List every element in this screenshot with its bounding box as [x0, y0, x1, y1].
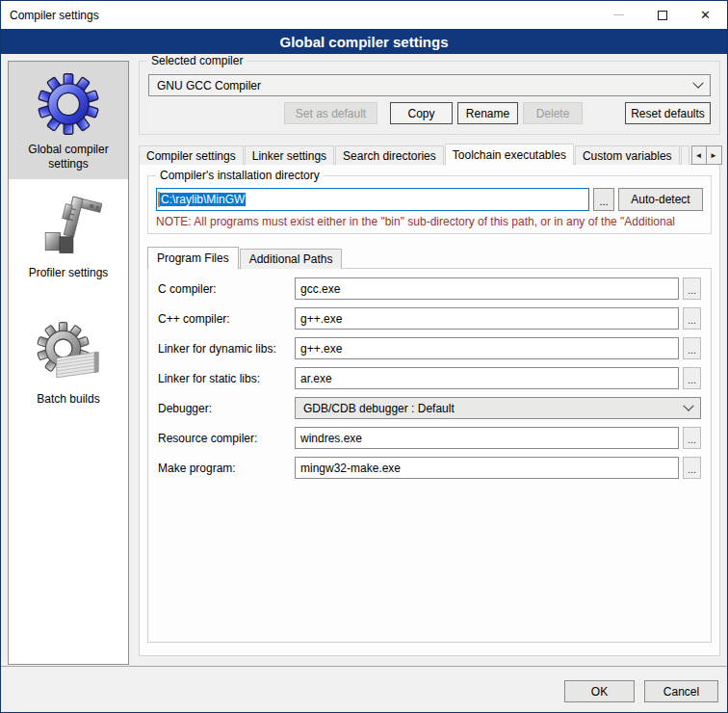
tab-program-files[interactable]: Program Files	[147, 247, 239, 269]
field-row-c-compiler: C compiler: ...	[158, 277, 701, 300]
maximize-icon	[658, 11, 667, 20]
copy-button[interactable]: Copy	[390, 102, 453, 124]
dynamic-linker-browse-button[interactable]: ...	[683, 337, 701, 359]
minimize-button[interactable]	[597, 1, 640, 29]
rename-button[interactable]: Rename	[457, 102, 518, 124]
window-title: Compiler settings	[1, 9, 99, 22]
maximize-button[interactable]	[640, 1, 684, 29]
field-label: Debugger:	[158, 402, 295, 415]
field-label: Make program:	[158, 462, 295, 475]
settings-category-list: Global compiler settings	[8, 61, 129, 665]
close-button[interactable]: ✕	[684, 1, 727, 29]
tab-build-options[interactable]: Build options	[681, 145, 689, 165]
caliper-icon	[34, 193, 103, 262]
main-content: Selected compiler GNU GCC Compiler Set a…	[139, 54, 720, 656]
field-row-debugger: Debugger: GDB/CDB debugger : Default	[158, 397, 701, 419]
selected-compiler-group: Selected compiler GNU GCC Compiler Set a…	[139, 61, 720, 135]
field-label: C compiler:	[158, 282, 295, 296]
selected-compiler-group-label: Selected compiler	[147, 54, 247, 67]
static-linker-input[interactable]	[295, 367, 679, 389]
make-program-browse-button[interactable]: ...	[683, 457, 701, 479]
field-label: Linker for dynamic libs:	[158, 342, 295, 356]
install-dir-note: NOTE: All programs must exist either in …	[156, 215, 703, 228]
tab-scroll-right-button[interactable]: ►	[707, 145, 722, 165]
field-row-resource-compiler: Resource compiler: ...	[158, 427, 701, 449]
tab-scroll-buttons: ◄ ►	[691, 145, 722, 165]
install-dir-input[interactable]: C:\raylib\MinGW	[156, 188, 589, 211]
sidebar-item-label: Global compiler settings	[11, 143, 126, 172]
field-label: C++ compiler:	[158, 312, 295, 326]
sidebar-item-profiler-settings[interactable]: Profiler settings	[9, 185, 128, 288]
minimize-icon	[613, 14, 624, 15]
cpp-compiler-browse-button[interactable]: ...	[683, 307, 701, 330]
resource-compiler-input[interactable]	[295, 427, 679, 449]
chevron-down-icon	[683, 400, 693, 410]
field-label: Linker for static libs:	[158, 372, 295, 385]
compiler-settings-dialog: Compiler settings ✕ Global compiler sett…	[0, 0, 728, 713]
page-title: Global compiler settings	[1, 29, 727, 54]
tab-compiler-settings[interactable]: Compiler settings	[139, 145, 244, 165]
install-dir-browse-button[interactable]: ...	[593, 188, 614, 211]
make-program-input[interactable]	[295, 457, 679, 479]
install-dir-group: Compiler's installation directory C:\ray…	[147, 175, 712, 234]
toolchain-executables-panel: Compiler's installation directory C:\ray…	[139, 164, 720, 656]
blue-gear-icon	[34, 69, 103, 139]
tab-search-directories[interactable]: Search directories	[335, 145, 444, 165]
compiler-select-value: GNU GCC Compiler	[157, 79, 694, 92]
ok-button[interactable]: OK	[564, 680, 635, 702]
compiler-actions: Set as default Copy Rename Delete Reset …	[148, 102, 711, 124]
footer-separator	[1, 666, 727, 667]
dynamic-linker-input[interactable]	[295, 337, 679, 359]
delete-button: Delete	[523, 102, 583, 124]
tab-custom-variables[interactable]: Custom variables	[575, 145, 680, 165]
cpp-compiler-input[interactable]	[295, 307, 679, 330]
install-dir-row: C:\raylib\MinGW ... Auto-detect	[156, 188, 703, 211]
debugger-select[interactable]: GDB/CDB debugger : Default	[295, 397, 701, 419]
field-row-dynamic-linker: Linker for dynamic libs: ...	[158, 337, 701, 359]
tab-scroll-left-button[interactable]: ◄	[691, 145, 707, 165]
tab-additional-paths[interactable]: Additional Paths	[240, 249, 343, 269]
c-compiler-input[interactable]	[295, 277, 679, 300]
sidebar-item-label: Profiler settings	[29, 266, 109, 280]
tab-toolchain-executables[interactable]: Toolchain executables	[445, 144, 574, 165]
settings-tabs: Compiler settings Linker settings Search…	[139, 144, 720, 165]
cancel-button[interactable]: Cancel	[644, 680, 718, 702]
c-compiler-browse-button[interactable]: ...	[683, 277, 701, 300]
sidebar-item-label: Batch builds	[37, 392, 99, 407]
tab-linker-settings[interactable]: Linker settings	[245, 145, 334, 165]
field-label: Resource compiler:	[158, 432, 295, 445]
close-icon: ✕	[700, 9, 711, 21]
install-dir-group-label: Compiler's installation directory	[156, 169, 324, 182]
program-files-panel: C compiler: ... C++ compiler: ... Linker…	[147, 268, 712, 643]
sidebar-item-global-compiler-settings[interactable]: Global compiler settings	[9, 62, 128, 179]
titlebar: Compiler settings ✕	[1, 1, 727, 29]
gray-gear-stack-icon	[34, 319, 103, 388]
field-row-static-linker: Linker for static libs: ...	[158, 367, 701, 389]
auto-detect-button[interactable]: Auto-detect	[618, 188, 703, 211]
set-as-default-button: Set as default	[284, 102, 377, 124]
reset-defaults-button[interactable]: Reset defaults	[625, 102, 711, 124]
field-row-make-program: Make program: ...	[158, 457, 701, 479]
static-linker-browse-button[interactable]: ...	[683, 367, 701, 389]
program-tabs: Program Files Additional Paths	[147, 247, 712, 269]
compiler-select[interactable]: GNU GCC Compiler	[148, 74, 711, 96]
dialog-body: Global compiler settings	[1, 54, 727, 712]
debugger-select-value: GDB/CDB debugger : Default	[303, 402, 685, 415]
sidebar-item-batch-builds[interactable]: Batch builds	[9, 311, 128, 414]
footer-buttons: OK Cancel	[564, 680, 718, 702]
chevron-down-icon	[692, 77, 703, 88]
install-dir-value: C:\raylib\MinGW	[160, 193, 246, 206]
field-row-cpp-compiler: C++ compiler: ...	[158, 307, 701, 330]
resource-compiler-browse-button[interactable]: ...	[683, 427, 701, 449]
